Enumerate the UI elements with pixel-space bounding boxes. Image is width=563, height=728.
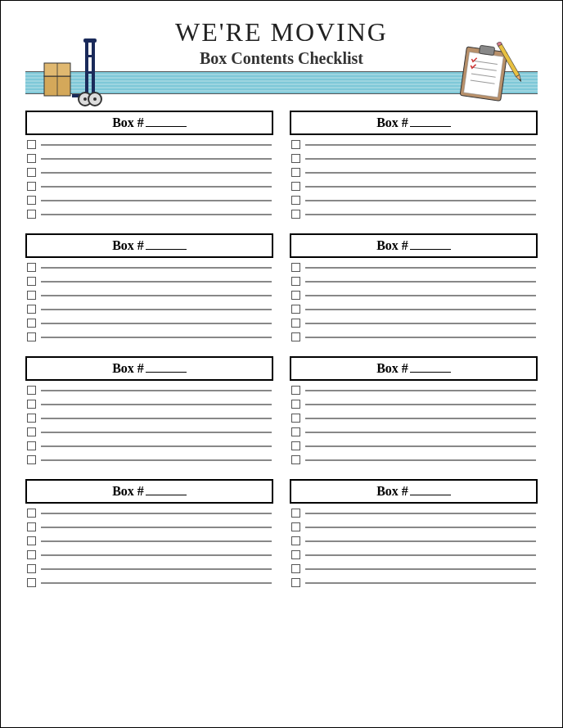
checkbox[interactable]: [27, 332, 36, 341]
checkbox[interactable]: [27, 263, 36, 272]
item-write-line[interactable]: [41, 158, 272, 160]
item-write-line[interactable]: [41, 540, 272, 542]
checkbox[interactable]: [291, 140, 300, 149]
item-write-line[interactable]: [41, 200, 272, 201]
checkbox[interactable]: [27, 154, 36, 163]
checkbox[interactable]: [27, 564, 36, 573]
checkbox[interactable]: [27, 441, 36, 450]
checkbox[interactable]: [27, 140, 36, 149]
item-write-line[interactable]: [41, 568, 272, 570]
box-number-blank[interactable]: [410, 126, 451, 127]
item-write-line[interactable]: [305, 418, 536, 419]
checkbox[interactable]: [291, 196, 300, 205]
item-write-line[interactable]: [41, 445, 272, 447]
item-write-line[interactable]: [41, 459, 272, 461]
item-write-line[interactable]: [41, 527, 272, 528]
box-number-header[interactable]: Box #: [25, 111, 273, 135]
checkbox[interactable]: [291, 564, 300, 573]
item-write-line[interactable]: [41, 144, 272, 146]
checkbox[interactable]: [291, 263, 300, 272]
checkbox[interactable]: [291, 400, 300, 409]
box-number-blank[interactable]: [410, 495, 451, 495]
checkbox[interactable]: [291, 154, 300, 163]
checkbox[interactable]: [291, 550, 300, 559]
checkbox[interactable]: [27, 196, 36, 205]
box-number-blank[interactable]: [146, 249, 187, 250]
item-write-line[interactable]: [41, 186, 272, 188]
item-write-line[interactable]: [305, 172, 536, 174]
box-number-header[interactable]: Box #: [25, 233, 273, 258]
checkbox[interactable]: [291, 427, 300, 436]
box-number-blank[interactable]: [146, 372, 187, 373]
checkbox[interactable]: [27, 550, 36, 559]
item-write-line[interactable]: [305, 513, 536, 514]
item-write-line[interactable]: [305, 568, 536, 570]
item-write-line[interactable]: [305, 267, 536, 269]
item-write-line[interactable]: [41, 309, 272, 310]
item-write-line[interactable]: [41, 418, 272, 419]
checkbox[interactable]: [291, 522, 300, 531]
item-write-line[interactable]: [305, 323, 536, 324]
item-write-line[interactable]: [305, 214, 536, 215]
checkbox[interactable]: [291, 386, 300, 395]
item-write-line[interactable]: [41, 513, 272, 514]
item-write-line[interactable]: [41, 214, 272, 215]
box-number-blank[interactable]: [146, 126, 187, 127]
item-write-line[interactable]: [305, 582, 536, 584]
checkbox[interactable]: [27, 522, 36, 531]
checkbox[interactable]: [27, 536, 36, 545]
checkbox[interactable]: [291, 578, 300, 587]
item-write-line[interactable]: [305, 527, 536, 528]
checkbox[interactable]: [291, 414, 300, 423]
checkbox[interactable]: [27, 386, 36, 395]
checkbox[interactable]: [27, 455, 36, 464]
item-write-line[interactable]: [305, 200, 536, 201]
checkbox[interactable]: [291, 536, 300, 545]
box-number-header[interactable]: Box #: [290, 111, 538, 135]
checkbox[interactable]: [291, 277, 300, 286]
checkbox[interactable]: [27, 414, 36, 423]
item-write-line[interactable]: [41, 404, 272, 405]
checkbox[interactable]: [291, 332, 300, 341]
item-write-line[interactable]: [305, 281, 536, 283]
checkbox[interactable]: [291, 305, 300, 314]
item-write-line[interactable]: [41, 281, 272, 283]
box-number-header[interactable]: Box #: [290, 233, 538, 258]
item-write-line[interactable]: [305, 404, 536, 405]
checkbox[interactable]: [27, 578, 36, 587]
item-write-line[interactable]: [305, 554, 536, 556]
box-number-header[interactable]: Box #: [25, 356, 273, 381]
checkbox[interactable]: [27, 319, 36, 328]
item-write-line[interactable]: [305, 540, 536, 542]
checkbox[interactable]: [27, 400, 36, 409]
checkbox[interactable]: [291, 168, 300, 177]
box-number-header[interactable]: Box #: [290, 356, 538, 381]
item-write-line[interactable]: [305, 390, 536, 391]
item-write-line[interactable]: [305, 459, 536, 461]
item-write-line[interactable]: [41, 267, 272, 269]
checkbox[interactable]: [291, 455, 300, 464]
item-write-line[interactable]: [41, 554, 272, 556]
item-write-line[interactable]: [41, 295, 272, 296]
checkbox[interactable]: [27, 168, 36, 177]
checkbox[interactable]: [27, 182, 36, 191]
item-write-line[interactable]: [41, 582, 272, 584]
checkbox[interactable]: [291, 509, 300, 518]
checkbox[interactable]: [291, 210, 300, 219]
item-write-line[interactable]: [41, 323, 272, 324]
checkbox[interactable]: [27, 427, 36, 436]
item-write-line[interactable]: [41, 172, 272, 174]
item-write-line[interactable]: [305, 158, 536, 160]
box-number-blank[interactable]: [410, 372, 451, 373]
checkbox[interactable]: [27, 305, 36, 314]
checkbox[interactable]: [27, 210, 36, 219]
box-number-header[interactable]: Box #: [25, 479, 273, 504]
checkbox[interactable]: [27, 509, 36, 518]
item-write-line[interactable]: [305, 186, 536, 188]
item-write-line[interactable]: [305, 295, 536, 296]
item-write-line[interactable]: [305, 144, 536, 146]
checkbox[interactable]: [291, 441, 300, 450]
checkbox[interactable]: [27, 291, 36, 300]
item-write-line[interactable]: [305, 445, 536, 447]
checkbox[interactable]: [291, 182, 300, 191]
